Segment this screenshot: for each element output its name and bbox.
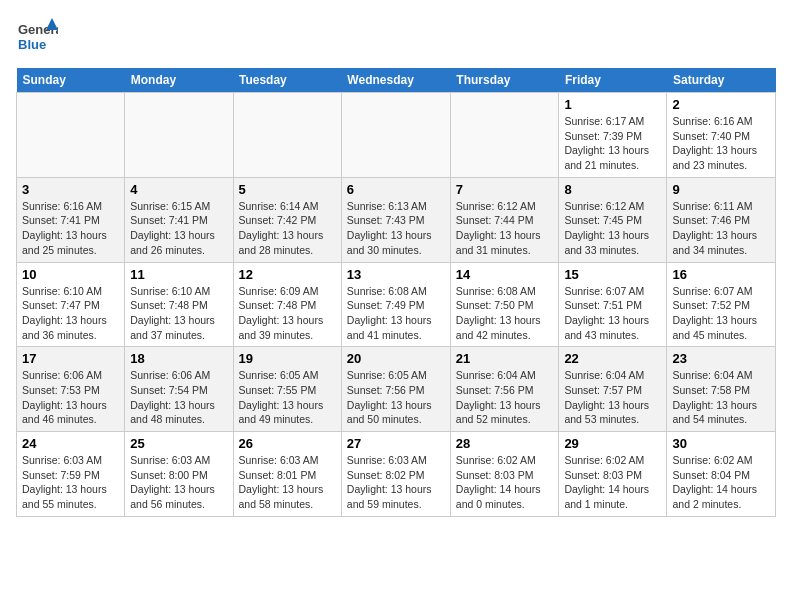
header-saturday: Saturday xyxy=(667,68,776,93)
day-info: Sunrise: 6:09 AM Sunset: 7:48 PM Dayligh… xyxy=(239,284,336,343)
header-friday: Friday xyxy=(559,68,667,93)
day-info: Sunrise: 6:05 AM Sunset: 7:55 PM Dayligh… xyxy=(239,368,336,427)
day-number: 3 xyxy=(22,182,119,197)
day-cell: 15Sunrise: 6:07 AM Sunset: 7:51 PM Dayli… xyxy=(559,262,667,347)
day-cell: 13Sunrise: 6:08 AM Sunset: 7:49 PM Dayli… xyxy=(341,262,450,347)
day-cell: 18Sunrise: 6:06 AM Sunset: 7:54 PM Dayli… xyxy=(125,347,233,432)
day-number: 6 xyxy=(347,182,445,197)
day-info: Sunrise: 6:03 AM Sunset: 8:00 PM Dayligh… xyxy=(130,453,227,512)
day-cell xyxy=(17,93,125,178)
day-number: 19 xyxy=(239,351,336,366)
day-info: Sunrise: 6:04 AM Sunset: 7:58 PM Dayligh… xyxy=(672,368,770,427)
day-cell: 25Sunrise: 6:03 AM Sunset: 8:00 PM Dayli… xyxy=(125,432,233,517)
day-cell: 17Sunrise: 6:06 AM Sunset: 7:53 PM Dayli… xyxy=(17,347,125,432)
day-info: Sunrise: 6:06 AM Sunset: 7:54 PM Dayligh… xyxy=(130,368,227,427)
day-number: 26 xyxy=(239,436,336,451)
day-info: Sunrise: 6:07 AM Sunset: 7:51 PM Dayligh… xyxy=(564,284,661,343)
day-info: Sunrise: 6:07 AM Sunset: 7:52 PM Dayligh… xyxy=(672,284,770,343)
day-number: 9 xyxy=(672,182,770,197)
day-number: 22 xyxy=(564,351,661,366)
day-cell: 19Sunrise: 6:05 AM Sunset: 7:55 PM Dayli… xyxy=(233,347,341,432)
day-cell: 7Sunrise: 6:12 AM Sunset: 7:44 PM Daylig… xyxy=(450,177,559,262)
calendar-table: SundayMondayTuesdayWednesdayThursdayFrid… xyxy=(16,68,776,517)
day-cell: 28Sunrise: 6:02 AM Sunset: 8:03 PM Dayli… xyxy=(450,432,559,517)
header-tuesday: Tuesday xyxy=(233,68,341,93)
day-number: 4 xyxy=(130,182,227,197)
day-number: 7 xyxy=(456,182,554,197)
day-number: 13 xyxy=(347,267,445,282)
day-info: Sunrise: 6:04 AM Sunset: 7:57 PM Dayligh… xyxy=(564,368,661,427)
day-cell: 26Sunrise: 6:03 AM Sunset: 8:01 PM Dayli… xyxy=(233,432,341,517)
day-number: 27 xyxy=(347,436,445,451)
day-cell: 11Sunrise: 6:10 AM Sunset: 7:48 PM Dayli… xyxy=(125,262,233,347)
day-cell: 6Sunrise: 6:13 AM Sunset: 7:43 PM Daylig… xyxy=(341,177,450,262)
day-number: 28 xyxy=(456,436,554,451)
day-number: 25 xyxy=(130,436,227,451)
day-info: Sunrise: 6:08 AM Sunset: 7:50 PM Dayligh… xyxy=(456,284,554,343)
day-number: 1 xyxy=(564,97,661,112)
day-cell: 14Sunrise: 6:08 AM Sunset: 7:50 PM Dayli… xyxy=(450,262,559,347)
day-info: Sunrise: 6:02 AM Sunset: 8:03 PM Dayligh… xyxy=(564,453,661,512)
day-info: Sunrise: 6:14 AM Sunset: 7:42 PM Dayligh… xyxy=(239,199,336,258)
day-cell: 22Sunrise: 6:04 AM Sunset: 7:57 PM Dayli… xyxy=(559,347,667,432)
day-cell: 8Sunrise: 6:12 AM Sunset: 7:45 PM Daylig… xyxy=(559,177,667,262)
svg-text:Blue: Blue xyxy=(18,37,46,52)
header-thursday: Thursday xyxy=(450,68,559,93)
day-cell: 9Sunrise: 6:11 AM Sunset: 7:46 PM Daylig… xyxy=(667,177,776,262)
week-row-3: 10Sunrise: 6:10 AM Sunset: 7:47 PM Dayli… xyxy=(17,262,776,347)
day-cell: 30Sunrise: 6:02 AM Sunset: 8:04 PM Dayli… xyxy=(667,432,776,517)
day-info: Sunrise: 6:11 AM Sunset: 7:46 PM Dayligh… xyxy=(672,199,770,258)
day-number: 18 xyxy=(130,351,227,366)
day-number: 10 xyxy=(22,267,119,282)
day-info: Sunrise: 6:10 AM Sunset: 7:48 PM Dayligh… xyxy=(130,284,227,343)
day-info: Sunrise: 6:08 AM Sunset: 7:49 PM Dayligh… xyxy=(347,284,445,343)
day-info: Sunrise: 6:12 AM Sunset: 7:45 PM Dayligh… xyxy=(564,199,661,258)
day-cell: 12Sunrise: 6:09 AM Sunset: 7:48 PM Dayli… xyxy=(233,262,341,347)
day-cell: 5Sunrise: 6:14 AM Sunset: 7:42 PM Daylig… xyxy=(233,177,341,262)
week-row-2: 3Sunrise: 6:16 AM Sunset: 7:41 PM Daylig… xyxy=(17,177,776,262)
day-number: 8 xyxy=(564,182,661,197)
day-cell: 4Sunrise: 6:15 AM Sunset: 7:41 PM Daylig… xyxy=(125,177,233,262)
header-wednesday: Wednesday xyxy=(341,68,450,93)
day-number: 2 xyxy=(672,97,770,112)
day-number: 12 xyxy=(239,267,336,282)
day-info: Sunrise: 6:17 AM Sunset: 7:39 PM Dayligh… xyxy=(564,114,661,173)
day-cell: 2Sunrise: 6:16 AM Sunset: 7:40 PM Daylig… xyxy=(667,93,776,178)
day-cell xyxy=(233,93,341,178)
day-cell: 21Sunrise: 6:04 AM Sunset: 7:56 PM Dayli… xyxy=(450,347,559,432)
day-number: 16 xyxy=(672,267,770,282)
header-sunday: Sunday xyxy=(17,68,125,93)
day-number: 20 xyxy=(347,351,445,366)
day-info: Sunrise: 6:03 AM Sunset: 8:01 PM Dayligh… xyxy=(239,453,336,512)
logo: General Blue xyxy=(16,16,58,58)
day-cell xyxy=(125,93,233,178)
week-row-1: 1Sunrise: 6:17 AM Sunset: 7:39 PM Daylig… xyxy=(17,93,776,178)
day-cell: 1Sunrise: 6:17 AM Sunset: 7:39 PM Daylig… xyxy=(559,93,667,178)
day-info: Sunrise: 6:05 AM Sunset: 7:56 PM Dayligh… xyxy=(347,368,445,427)
day-info: Sunrise: 6:16 AM Sunset: 7:41 PM Dayligh… xyxy=(22,199,119,258)
day-info: Sunrise: 6:04 AM Sunset: 7:56 PM Dayligh… xyxy=(456,368,554,427)
day-cell xyxy=(341,93,450,178)
day-info: Sunrise: 6:15 AM Sunset: 7:41 PM Dayligh… xyxy=(130,199,227,258)
day-cell xyxy=(450,93,559,178)
day-cell: 16Sunrise: 6:07 AM Sunset: 7:52 PM Dayli… xyxy=(667,262,776,347)
day-info: Sunrise: 6:13 AM Sunset: 7:43 PM Dayligh… xyxy=(347,199,445,258)
day-number: 15 xyxy=(564,267,661,282)
day-number: 24 xyxy=(22,436,119,451)
day-cell: 23Sunrise: 6:04 AM Sunset: 7:58 PM Dayli… xyxy=(667,347,776,432)
day-info: Sunrise: 6:02 AM Sunset: 8:03 PM Dayligh… xyxy=(456,453,554,512)
day-cell: 20Sunrise: 6:05 AM Sunset: 7:56 PM Dayli… xyxy=(341,347,450,432)
day-cell: 24Sunrise: 6:03 AM Sunset: 7:59 PM Dayli… xyxy=(17,432,125,517)
day-info: Sunrise: 6:10 AM Sunset: 7:47 PM Dayligh… xyxy=(22,284,119,343)
day-number: 21 xyxy=(456,351,554,366)
day-info: Sunrise: 6:03 AM Sunset: 7:59 PM Dayligh… xyxy=(22,453,119,512)
logo-svg: General Blue xyxy=(16,16,58,58)
header-monday: Monday xyxy=(125,68,233,93)
day-info: Sunrise: 6:02 AM Sunset: 8:04 PM Dayligh… xyxy=(672,453,770,512)
day-cell: 29Sunrise: 6:02 AM Sunset: 8:03 PM Dayli… xyxy=(559,432,667,517)
week-row-4: 17Sunrise: 6:06 AM Sunset: 7:53 PM Dayli… xyxy=(17,347,776,432)
day-cell: 10Sunrise: 6:10 AM Sunset: 7:47 PM Dayli… xyxy=(17,262,125,347)
day-number: 23 xyxy=(672,351,770,366)
day-number: 14 xyxy=(456,267,554,282)
day-number: 5 xyxy=(239,182,336,197)
